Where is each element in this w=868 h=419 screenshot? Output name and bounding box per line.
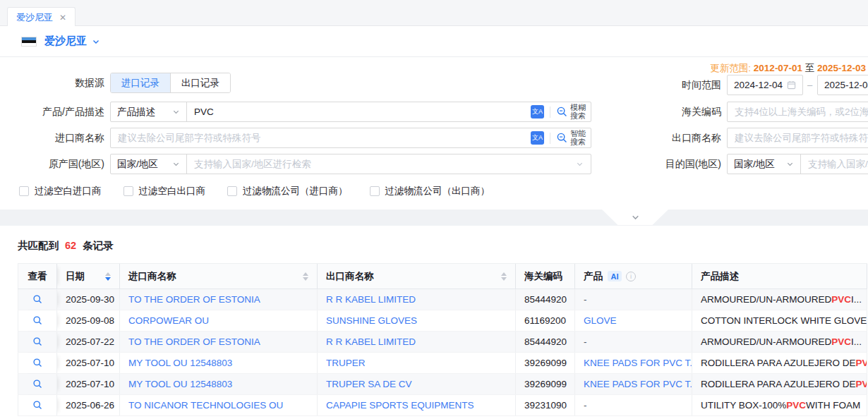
table-row: 2025-07-10 MY TOOL OU 12548803 TRUPER 39…: [18, 353, 867, 374]
destination-input[interactable]: [801, 154, 868, 174]
chevron-down-icon: [786, 160, 794, 168]
exporter-input[interactable]: [728, 128, 868, 147]
smart-search-button[interactable]: 智能搜索: [556, 130, 591, 146]
col-importer-label: 进口商名称: [128, 270, 176, 283]
info-icon[interactable]: i: [626, 272, 636, 281]
time-range-start-input[interactable]: 2024-12-04: [727, 75, 803, 95]
time-range-label: 时间范围: [652, 75, 721, 95]
results-count: 62: [65, 240, 76, 251]
update-range: 更新范围: 2012-07-01 至 2025-12-03: [710, 62, 866, 75]
hs-code-input[interactable]: [728, 102, 868, 121]
date-cell: 2025-07-22: [57, 332, 120, 352]
view-record-button[interactable]: [32, 379, 43, 389]
exporter-link[interactable]: R R KABEL LIMITED: [326, 294, 416, 305]
chevron-down-icon: [172, 108, 180, 116]
tab-close-icon[interactable]: ✕: [59, 13, 66, 23]
destination-type-select[interactable]: 国家/地区: [728, 154, 801, 174]
importer-search-group: 文A 智能搜索: [110, 128, 591, 148]
col-product-label: 产品: [584, 270, 603, 283]
col-date-label: 日期: [66, 270, 85, 283]
importer-input[interactable]: [111, 128, 531, 147]
checkbox-icon[interactable]: [227, 186, 237, 196]
filter-blank-importer-checkbox[interactable]: 过滤空白进口商: [19, 185, 102, 198]
importer-link[interactable]: MY TOOL OU 12548803: [128, 379, 232, 389]
fuzzy-search-line1: 模糊: [570, 103, 586, 111]
importer-link[interactable]: TO THE ORDER OF ESTONIA: [128, 294, 260, 305]
time-range-end-value: 2025-12-03: [824, 80, 868, 90]
smart-search-line2: 搜索: [570, 138, 586, 146]
origin-type-value: 国家/地区: [117, 158, 172, 171]
col-importer[interactable]: 进口商名称: [120, 264, 318, 289]
export-records-option[interactable]: 出口记录: [170, 73, 230, 92]
checkbox-label: 过滤空白进口商: [35, 185, 102, 198]
time-range-separator: –: [807, 75, 812, 95]
import-records-option[interactable]: 进口记录: [111, 73, 170, 92]
checkbox-label: 过滤物流公司（出口商）: [385, 185, 490, 198]
filter-logistics-exporter-checkbox[interactable]: 过滤物流公司（出口商）: [370, 185, 490, 198]
chevron-down-icon: [576, 160, 584, 168]
exporter-link[interactable]: R R KABEL LIMITED: [326, 336, 416, 347]
update-range-to: 至: [805, 63, 815, 73]
checkbox-icon[interactable]: [123, 186, 133, 196]
product-link[interactable]: KNEE PADS FOR PVC T...: [584, 358, 692, 368]
date-cell: 2025-09-30: [57, 289, 120, 310]
product-search-group: 产品描述 文A 模糊搜索: [110, 102, 591, 122]
product-cell: -: [584, 400, 587, 411]
origin-type-select[interactable]: 国家/地区: [111, 154, 187, 174]
product-link[interactable]: KNEE PADS FOR PVC T...: [584, 379, 692, 389]
checkbox-label: 过滤物流公司（进口商）: [243, 185, 348, 198]
sort-importer[interactable]: [303, 272, 308, 281]
checkbox-icon[interactable]: [19, 186, 29, 196]
checkbox-label: 过滤空白出口商: [139, 185, 206, 198]
view-record-button[interactable]: [32, 358, 43, 368]
col-date[interactable]: 日期: [57, 264, 120, 289]
chevron-down-icon: [172, 160, 180, 168]
search-icon: [556, 106, 568, 118]
time-range-end-input[interactable]: 2025-12-03: [817, 75, 868, 95]
tab-estonia[interactable]: 爱沙尼亚 ✕: [7, 7, 76, 27]
col-exporter[interactable]: 出口商名称: [318, 264, 516, 289]
importer-link[interactable]: MY TOOL OU 12548803: [128, 358, 232, 368]
date-cell: 2025-07-10: [57, 374, 120, 394]
view-record-button[interactable]: [32, 315, 43, 326]
filter-blank-exporter-checkbox[interactable]: 过滤空白出口商: [123, 185, 206, 198]
destination-label: 目的国(地区): [652, 154, 721, 174]
sort-exporter[interactable]: [501, 272, 507, 281]
importer-label: 进口商名称: [0, 128, 104, 147]
fuzzy-search-button[interactable]: 模糊搜索: [556, 104, 591, 120]
view-record-button[interactable]: [32, 294, 43, 305]
importer-link[interactable]: CORPOWEAR OU: [128, 315, 209, 326]
exporter-group: [727, 128, 868, 148]
hs-code-label: 海关编码: [652, 102, 721, 121]
exporter-link[interactable]: TRUPER SA DE CV: [326, 379, 412, 389]
view-record-button[interactable]: [32, 400, 43, 411]
fuzzy-search-line2: 搜索: [570, 111, 586, 120]
update-range-label: 更新范围:: [710, 63, 751, 73]
table-row: 2025-09-08 CORPOWEAR OU SUNSHINE GLOVES …: [18, 310, 867, 332]
country-name[interactable]: 爱沙尼亚: [44, 35, 87, 48]
importer-link[interactable]: TO THE ORDER OF ESTONIA: [128, 336, 260, 347]
summary-prefix: 共匹配到: [18, 240, 59, 251]
col-product: 产品 AI i: [575, 264, 692, 289]
collapse-panel-button[interactable]: [602, 210, 668, 225]
translate-icon[interactable]: 文A: [531, 131, 544, 145]
origin-input[interactable]: [187, 154, 576, 174]
filter-logistics-importer-checkbox[interactable]: 过滤物流公司（进口商）: [227, 185, 348, 198]
chevron-down-icon: [631, 213, 640, 222]
exporter-link[interactable]: CAPAPIE SPORTS EQUIPMENTS: [326, 400, 474, 411]
product-input[interactable]: [187, 102, 531, 121]
view-record-button[interactable]: [32, 336, 43, 347]
country-header: 爱沙尼亚: [0, 26, 868, 57]
chevron-down-icon[interactable]: [92, 37, 100, 46]
translate-icon[interactable]: 文A: [531, 105, 544, 119]
product-type-select[interactable]: 产品描述: [111, 102, 187, 121]
exporter-label: 出口商名称: [652, 128, 721, 147]
product-link[interactable]: GLOVE: [584, 315, 617, 326]
data-source-segmented: 进口记录 出口记录: [110, 73, 231, 93]
tab-bar: 爱沙尼亚 ✕: [0, 0, 868, 26]
importer-link[interactable]: TO NICANOR TECHNOLOGIES OU: [128, 400, 283, 411]
exporter-link[interactable]: TRUPER: [326, 358, 366, 368]
checkbox-icon[interactable]: [370, 186, 380, 196]
sort-date[interactable]: [105, 272, 111, 281]
exporter-link[interactable]: SUNSHINE GLOVES: [326, 315, 417, 326]
